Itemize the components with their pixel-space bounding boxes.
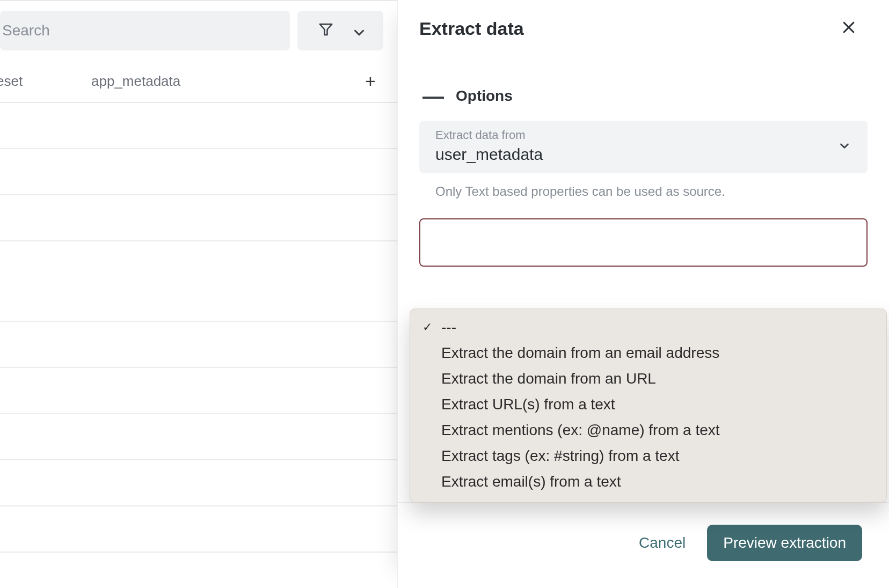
- dropdown-item-label: Extract the domain from an URL: [441, 370, 656, 387]
- dropdown-item-urls[interactable]: Extract URL(s) from a text: [410, 392, 886, 417]
- table-row[interactable]: [0, 414, 397, 460]
- panel-footer: Cancel Preview extraction: [398, 502, 889, 588]
- close-icon: [841, 20, 857, 39]
- add-column-button[interactable]: +: [365, 71, 397, 92]
- dropdown-item-tags[interactable]: Extract tags (ex: #string) from a text: [410, 443, 886, 469]
- panel-title: Extract data: [419, 18, 524, 39]
- table-row[interactable]: [0, 553, 397, 588]
- close-button[interactable]: [841, 19, 857, 38]
- panel-body: — Options Extract data from user_metadat…: [398, 50, 889, 502]
- filter-button[interactable]: [297, 11, 383, 50]
- cancel-button[interactable]: Cancel: [639, 534, 686, 552]
- funnel-icon: [318, 21, 334, 40]
- table-row[interactable]: [0, 322, 397, 368]
- panel-header: Extract data: [398, 0, 889, 50]
- table-row[interactable]: [0, 241, 397, 322]
- extract-data-panel: Extract data — Options Extract data from…: [397, 0, 889, 588]
- column-header-app-metadata[interactable]: app_metadata: [91, 73, 365, 90]
- search-input[interactable]: [2, 22, 279, 39]
- dropdown-item-emails[interactable]: Extract email(s) from a text: [410, 469, 886, 495]
- chevron-down-icon: [837, 139, 851, 155]
- table-row[interactable]: [0, 460, 397, 506]
- dropdown-item-label: Extract the domain from an email address: [441, 344, 719, 362]
- extract-source-select[interactable]: Extract data from user_metadata: [419, 121, 868, 173]
- dropdown-item-email-domain[interactable]: Extract the domain from an email address: [410, 340, 886, 366]
- column-header-reset[interactable]: _reset: [0, 73, 91, 90]
- dropdown-item-none[interactable]: ✓ ---: [410, 314, 886, 340]
- dropdown-item-label: Extract email(s) from a text: [441, 473, 621, 490]
- extract-type-dropdown: ✓ --- Extract the domain from an email a…: [410, 308, 887, 503]
- source-small-label: Extract data from: [435, 128, 855, 142]
- plus-icon: +: [365, 71, 376, 91]
- check-icon: ✓: [421, 320, 434, 334]
- table-row[interactable]: [0, 103, 397, 149]
- search-field[interactable]: [0, 11, 290, 50]
- svg-marker-0: [320, 24, 332, 35]
- dropdown-item-label: ---: [441, 319, 456, 336]
- table-row[interactable]: [0, 368, 397, 414]
- dropdown-item-label: Extract tags (ex: #string) from a text: [441, 447, 679, 465]
- dropdown-item-label: Extract URL(s) from a text: [441, 396, 615, 413]
- dropdown-item-label: Extract mentions (ex: @name) from a text: [441, 422, 720, 439]
- table-row[interactable]: [0, 149, 397, 195]
- dropdown-item-url-domain[interactable]: Extract the domain from an URL: [410, 366, 886, 392]
- source-helper-text: Only Text based properties can be used a…: [435, 184, 868, 199]
- table-toolbar: [0, 1, 397, 60]
- background-table-area: _reset app_metadata +: [0, 0, 397, 588]
- options-section-header[interactable]: — Options: [422, 87, 868, 105]
- dropdown-item-mentions[interactable]: Extract mentions (ex: @name) from a text: [410, 417, 886, 443]
- table-row[interactable]: [0, 506, 397, 553]
- options-label: Options: [456, 87, 513, 105]
- table-row[interactable]: [0, 195, 397, 241]
- extract-type-select[interactable]: [419, 218, 868, 267]
- chevron-down-icon: [351, 25, 363, 36]
- column-header-row: _reset app_metadata +: [0, 60, 397, 103]
- preview-extraction-button[interactable]: Preview extraction: [707, 525, 862, 561]
- source-value: user_metadata: [435, 145, 855, 164]
